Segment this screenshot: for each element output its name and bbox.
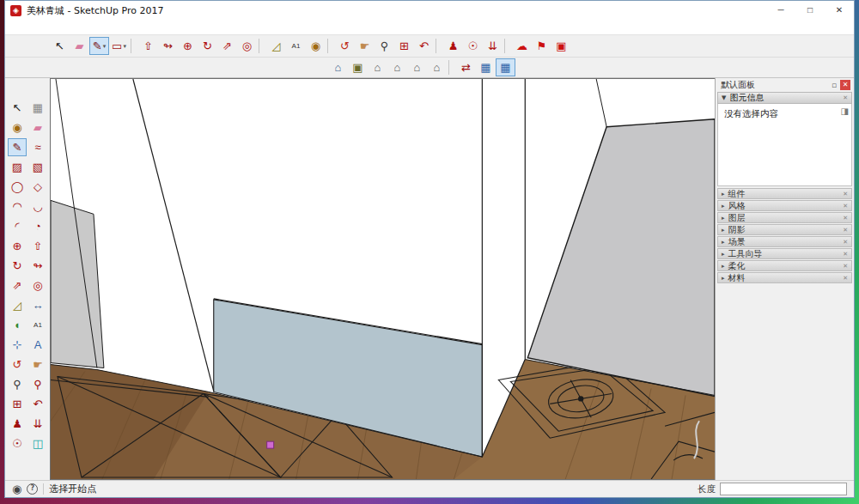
panel-section-header[interactable]: ▸ 图层 ✕ [717,212,852,223]
geolocation-icon[interactable]: ◉ [12,483,21,495]
zoom-window-tool[interactable]: ⚲ [28,375,47,393]
pie-tool[interactable]: ◔ [28,217,47,235]
zoom-extents-tool[interactable]: ⊞ [8,395,27,413]
polygon-tool[interactable]: ◇ [28,178,47,196]
pan-tool[interactable]: ☛ [28,355,47,373]
walk-mode-button[interactable]: ⇄ [456,58,476,76]
axes-tool[interactable]: ⊹ [8,336,27,354]
move-tool[interactable]: ⊕ [178,37,198,55]
follow-me-tool[interactable]: ↬ [158,37,178,55]
panel-section-header[interactable]: ▸ 柔化 ✕ [717,260,852,271]
walk-tool[interactable]: ⇊ [483,37,503,55]
rotate-tool[interactable]: ↻ [8,257,27,275]
freehand-tool[interactable]: ≈ [28,138,47,156]
pin-icon[interactable]: ▫ [832,81,837,89]
panel-section-close-icon[interactable]: ✕ [843,239,848,246]
line-tool[interactable]: ✎ [89,37,109,55]
iso-view-button[interactable]: ⌂ [328,58,348,76]
offset-tool[interactable]: ◎ [28,276,47,295]
arc-tool[interactable]: ◠ [8,197,27,216]
tape-measure-tool[interactable]: ◿ [8,296,27,314]
camera-mode-button[interactable]: ▦ [496,58,515,76]
model-viewport[interactable] [50,78,715,480]
orbit-tool[interactable]: ↺ [335,37,355,55]
select-tool[interactable]: ↖ [50,37,70,55]
paint-bucket-tool[interactable]: ◉ [306,37,326,55]
previous-view-button[interactable]: ↶ [414,37,434,55]
panel-section-close-icon[interactable]: ✕ [843,251,848,258]
push-pull-tool[interactable]: ⇧ [28,237,47,255]
measurement-input[interactable] [720,483,847,495]
back-view-button[interactable]: ⌂ [407,58,427,76]
panel-section-header[interactable]: ▸ 场景 ✕ [717,236,852,247]
previous-view-button[interactable]: ↶ [28,395,47,413]
panel-section-close-icon[interactable]: ✕ [843,263,848,270]
dimension-tool[interactable]: ↔ [28,296,47,314]
panel-section-header[interactable]: ▸ 风格 ✕ [717,200,852,211]
push-pull-tool[interactable]: ⇧ [138,37,158,55]
close-button[interactable]: ✕ [825,1,854,20]
eraser-tool[interactable]: ▰ [70,37,89,55]
title-bar[interactable]: ◈ 美林青城 - SketchUp Pro 2017 ─ □ ✕ [5,1,854,20]
entity-details-icon[interactable]: ◨ [841,106,849,116]
panel-section-header[interactable]: ▸ 工具向导 ✕ [717,248,852,259]
make-component-tool[interactable]: ▦ [28,99,47,117]
entity-info-header[interactable]: ▼ 图元信息 ✕ [717,92,852,104]
minimize-button[interactable]: ─ [766,1,795,20]
pan-tool[interactable]: ☛ [355,37,375,55]
position-camera-tool[interactable]: ♟ [443,37,463,55]
select-tool[interactable]: ↖ [8,99,27,117]
scale-tool[interactable]: ⇗ [217,37,237,55]
follow-me-tool[interactable]: ↬ [28,257,47,275]
two-point-arc-tool[interactable]: ◡ [28,197,47,216]
entity-info-close-icon[interactable]: ✕ [843,94,848,101]
right-view-button[interactable]: ⌂ [387,58,407,76]
eraser-tool[interactable]: ▰ [28,118,47,137]
panel-section-header[interactable]: ▸ 组件 ✕ [717,188,852,199]
3d-text-tool[interactable]: A [28,336,47,354]
tray-close-button[interactable]: ✕ [840,80,850,90]
shape-tool[interactable]: ▭ [109,37,129,55]
position-camera-tool[interactable]: ♟ [8,415,27,433]
text-tool[interactable]: A1 [286,37,306,55]
panel-section-close-icon[interactable]: ✕ [843,203,848,209]
zoom-extents-tool[interactable]: ⊞ [394,37,414,55]
help-icon[interactable]: ? [27,483,38,495]
orbit-tool[interactable]: ↺ [8,355,27,373]
protractor-tool[interactable]: ◖ [8,316,27,334]
extension-warehouse-button[interactable]: ▣ [551,37,571,55]
rotate-tool[interactable]: ↻ [198,37,217,55]
front-view-button[interactable]: ⌂ [368,58,387,76]
top-view-button[interactable]: ▣ [348,58,368,76]
photo-textures-button[interactable]: ⚑ [532,37,551,55]
offset-tool[interactable]: ◎ [237,37,257,55]
zoom-tool[interactable]: ⚲ [375,37,394,55]
panel-section-close-icon[interactable]: ✕ [843,215,848,222]
maximize-button[interactable]: □ [795,1,825,20]
panel-section-close-icon[interactable]: ✕ [843,275,848,282]
section-plane-tool[interactable]: ◫ [28,434,47,452]
text-tool[interactable]: A1 [28,316,47,334]
three-point-arc-tool[interactable]: ◜ [8,217,27,235]
view-icon: ⌂ [335,61,342,74]
zoom-tool[interactable]: ⚲ [8,375,27,393]
line-tool[interactable]: ✎ [8,138,27,156]
panel-section-close-icon[interactable]: ✕ [843,191,848,197]
panel-section-header[interactable]: ▸ 材料 ✕ [717,272,852,283]
add-location-button[interactable]: ☁ [512,37,532,55]
perspective-button[interactable]: ▦ [476,58,496,76]
left-view-button[interactable]: ⌂ [427,58,447,76]
scale-tool[interactable]: ⇗ [8,276,27,295]
tape-measure-tool[interactable]: ◿ [266,37,286,55]
panel-section-header[interactable]: ▸ 阴影 ✕ [717,224,852,235]
rectangle-tool[interactable]: ▨ [8,158,27,176]
selected-point[interactable] [267,441,274,448]
walk-tool[interactable]: ⇊ [28,415,47,433]
circle-tool[interactable]: ◯ [8,178,27,196]
move-tool[interactable]: ⊕ [8,237,27,255]
rotated-rectangle-tool[interactable]: ▧ [28,158,47,176]
look-around-tool[interactable]: ☉ [463,37,483,55]
look-around-tool[interactable]: ☉ [8,434,27,452]
panel-section-close-icon[interactable]: ✕ [843,227,848,234]
paint-bucket-tool[interactable]: ◉ [8,118,27,137]
